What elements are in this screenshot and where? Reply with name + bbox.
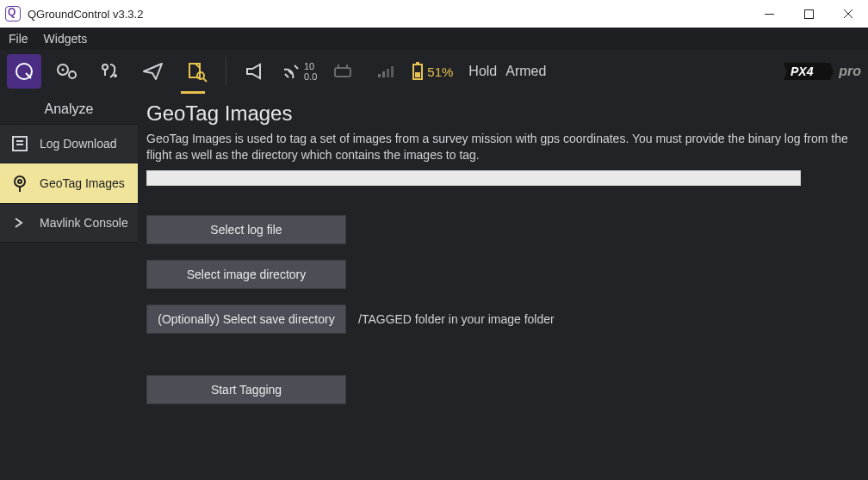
battery-percent: 51% — [427, 65, 453, 79]
settings-button[interactable] — [50, 54, 84, 89]
analyze-icon — [185, 60, 208, 83]
svg-point-8 — [69, 71, 76, 78]
toolbar-divider — [226, 57, 226, 86]
waypoint-icon — [99, 60, 121, 83]
gps-hdop: 0.0 — [304, 71, 317, 82]
svg-rect-19 — [387, 69, 389, 77]
close-icon — [843, 9, 853, 19]
qgc-icon — [14, 61, 34, 82]
plan-button[interactable] — [93, 54, 127, 89]
fly-button[interactable] — [136, 54, 170, 89]
gps-status: 10 0.0 — [282, 61, 317, 82]
armed-state[interactable]: Armed — [505, 64, 546, 79]
minimize-button[interactable] — [749, 0, 789, 28]
svg-text:PX4: PX4 — [790, 65, 814, 78]
sidebar-title: Analyze — [0, 93, 138, 124]
announcement-button[interactable] — [239, 54, 273, 89]
app-menu-button[interactable] — [7, 54, 41, 89]
rc-status — [326, 54, 360, 89]
flight-mode[interactable]: Hold — [468, 64, 497, 79]
svg-rect-14 — [335, 68, 350, 77]
rc-icon — [333, 65, 352, 78]
svg-rect-18 — [382, 71, 385, 77]
progress-bar — [146, 170, 801, 186]
menubar: File Widgets — [0, 28, 868, 50]
window-controls — [749, 0, 868, 28]
gears-icon — [55, 62, 79, 81]
svg-point-29 — [15, 176, 25, 187]
start-tagging-button[interactable]: Start Tagging — [146, 375, 346, 404]
svg-point-30 — [18, 180, 22, 183]
svg-point-9 — [102, 65, 108, 70]
window-title: QGroundControl v3.3.2 — [28, 8, 143, 21]
gps-sat-count: 10 — [304, 61, 317, 71]
px4-logo: PX4 — [784, 61, 834, 82]
minimize-icon — [765, 9, 774, 19]
geotag-icon — [9, 172, 31, 194]
app-icon — [5, 6, 21, 22]
sidebar-item-mavlink-console[interactable]: Mavlink Console — [0, 203, 138, 243]
satellite-icon — [282, 62, 301, 81]
toolbar: 10 0.0 51% Hold Armed PX4 pro — [0, 50, 868, 93]
menu-file[interactable]: File — [9, 32, 28, 46]
battery-status: 51% — [412, 62, 453, 81]
brand-suffix: pro — [839, 64, 861, 79]
svg-rect-23 — [415, 72, 420, 77]
svg-rect-20 — [391, 66, 394, 77]
telemetry-status — [369, 54, 403, 89]
select-image-directory-button[interactable]: Select image directory — [146, 260, 346, 289]
svg-rect-22 — [416, 62, 419, 65]
svg-rect-17 — [378, 74, 381, 77]
sidebar-item-label: Mavlink Console — [40, 216, 128, 230]
sidebar-item-log-download[interactable]: Log Download — [0, 124, 138, 163]
sidebar-item-label: GeoTag Images — [40, 176, 125, 190]
battery-icon — [412, 62, 424, 81]
svg-point-7 — [62, 69, 65, 71]
gps-metrics: 10 0.0 — [304, 61, 317, 82]
select-log-file-button[interactable]: Select log file — [146, 215, 346, 244]
sidebar: Analyze Log Download GeoTag Images Mavli… — [0, 93, 138, 480]
svg-rect-1 — [804, 9, 813, 18]
select-save-directory-button[interactable]: (Optionally) Select save directory — [146, 305, 346, 334]
svg-line-12 — [203, 78, 207, 82]
close-button[interactable] — [828, 0, 868, 28]
page-description: GeoTag Images is used to tag a set of im… — [146, 131, 849, 163]
svg-point-10 — [114, 74, 117, 77]
window-titlebar: QGroundControl v3.3.2 — [0, 0, 868, 28]
megaphone-icon — [245, 63, 267, 80]
maximize-icon — [804, 9, 814, 19]
page-heading: GeoTag Images — [146, 102, 849, 126]
content-area: Analyze Log Download GeoTag Images Mavli… — [0, 93, 868, 480]
log-download-icon — [9, 132, 31, 155]
sidebar-item-label: Log Download — [40, 137, 117, 151]
svg-line-13 — [294, 65, 298, 69]
analyze-button[interactable] — [179, 54, 214, 89]
brand-area: PX4 pro — [784, 61, 861, 82]
menu-widgets[interactable]: Widgets — [44, 32, 88, 46]
sidebar-item-geotag-images[interactable]: GeoTag Images — [0, 163, 138, 203]
maximize-button[interactable] — [789, 0, 828, 28]
signal-icon — [377, 65, 394, 78]
main-panel: GeoTag Images GeoTag Images is used to t… — [138, 93, 868, 480]
console-icon — [9, 212, 31, 234]
save-directory-hint: /TAGGED folder in your image folder — [358, 312, 555, 326]
paper-plane-icon — [141, 60, 165, 83]
